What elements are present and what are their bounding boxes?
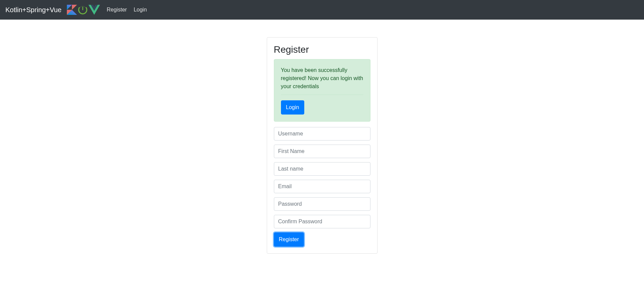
svg-marker-1 xyxy=(67,5,72,10)
alert-login-button[interactable]: Login xyxy=(281,100,304,115)
register-form: Register xyxy=(274,127,370,247)
register-card: Register You have been successfully regi… xyxy=(267,37,378,254)
alert-divider xyxy=(281,95,363,95)
card-title: Register xyxy=(274,44,370,55)
navbar: Kotlin+Spring+Vue xyxy=(0,0,644,20)
confirm-password-input[interactable] xyxy=(274,215,370,228)
navbar-logo xyxy=(67,5,100,15)
navbar-brand[interactable]: Kotlin+Spring+Vue xyxy=(5,6,61,14)
navbar-nav: Register Login xyxy=(107,7,147,13)
username-input[interactable] xyxy=(274,127,370,141)
kotlin-icon xyxy=(67,5,77,15)
email-input[interactable] xyxy=(274,180,370,193)
vue-icon xyxy=(88,5,100,15)
lastname-input[interactable] xyxy=(274,162,370,176)
alert-message: You have been successfully registered! N… xyxy=(281,66,363,91)
register-button[interactable]: Register xyxy=(274,232,304,247)
firstname-input[interactable] xyxy=(274,145,370,158)
password-input[interactable] xyxy=(274,197,370,211)
nav-link-register[interactable]: Register xyxy=(107,7,127,13)
nav-link-login[interactable]: Login xyxy=(134,7,147,13)
spring-icon xyxy=(78,5,88,15)
main-content: Register You have been successfully regi… xyxy=(0,20,644,254)
success-alert: You have been successfully registered! N… xyxy=(274,59,370,122)
